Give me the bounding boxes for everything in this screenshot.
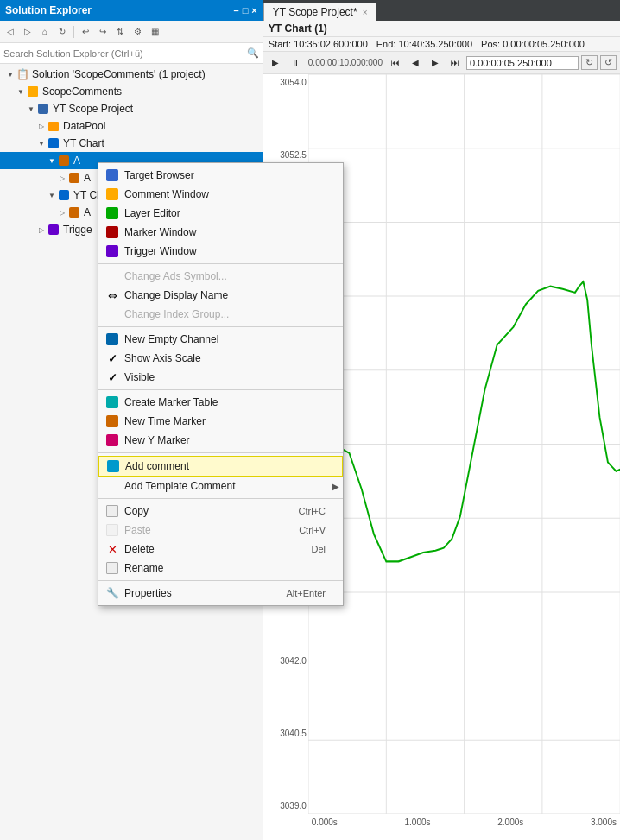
- se-close-btn[interactable]: ×: [251, 5, 256, 16]
- cm-comment-window[interactable]: Comment Window: [98, 185, 343, 204]
- tree-label-trigger: Trigge: [63, 224, 92, 236]
- cm-add-comment[interactable]: Add comment: [98, 456, 343, 477]
- y-label-0: 3054.0: [280, 78, 307, 87]
- cm-new-time-marker[interactable]: New Time Marker: [98, 412, 343, 431]
- tree-item-datapool[interactable]: ▷ DataPool: [0, 117, 263, 135]
- axis2a-icon: [67, 205, 81, 219]
- yt-refresh-btn[interactable]: ↻: [581, 55, 598, 70]
- se-minimize-btn[interactable]: –: [234, 5, 239, 16]
- cm-delete[interactable]: ✕ Delete Del: [98, 540, 343, 559]
- fwd-btn[interactable]: ▶: [427, 55, 444, 71]
- cm-show-axis-scale[interactable]: ✓ Show Axis Scale: [98, 349, 343, 368]
- cm-shortcut-copy: Ctrl+C: [299, 506, 326, 516]
- cm-layer-editor[interactable]: Layer Editor: [98, 204, 343, 223]
- tree-item-solution[interactable]: ▼ 📋 Solution 'ScopeComments' (1 project): [0, 66, 263, 83]
- x-axis: 0.000s 1.000s 2.000s 3.000s: [308, 814, 620, 840]
- scopecomments-icon: [26, 85, 40, 98]
- se-forward-btn[interactable]: ▷: [20, 24, 35, 40]
- yt-info-end: End: 10:40:35.250:000: [376, 39, 472, 49]
- cm-properties[interactable]: 🔧 Properties Alt+Enter: [98, 584, 343, 603]
- yt-tab-label: YT Scope Project*: [273, 6, 357, 18]
- yt-refresh-btn2[interactable]: ↺: [600, 55, 617, 70]
- y-label-8: 3042.0: [280, 656, 307, 666]
- pause-btn[interactable]: ⏸: [287, 55, 304, 71]
- browser-icon: [104, 168, 121, 182]
- paste-icon: [104, 523, 121, 537]
- end-btn[interactable]: ⏭: [446, 55, 464, 71]
- cm-shortcut-paste: Ctrl+V: [299, 525, 326, 535]
- cm-new-empty-channel[interactable]: New Empty Channel: [98, 330, 343, 349]
- play-btn[interactable]: ▶: [267, 55, 284, 71]
- back-btn[interactable]: ◀: [407, 55, 424, 71]
- cm-label-paste: Paste: [124, 524, 290, 536]
- se-home-btn[interactable]: ⌂: [37, 24, 53, 40]
- properties-icon: 🔧: [104, 586, 121, 600]
- se-refresh-btn[interactable]: ↻: [54, 24, 70, 40]
- cm-label-rename: Rename: [124, 562, 326, 574]
- ytscope-icon: [36, 102, 50, 116]
- cm-change-display-name[interactable]: ⇔ Change Display Name: [98, 286, 343, 305]
- ads-symbol-icon: [104, 269, 121, 283]
- marker-window-icon: [104, 225, 121, 239]
- tree-label-axis2a: A: [84, 206, 91, 218]
- yt-tab-close[interactable]: ×: [363, 8, 368, 17]
- yt-info-start: Start: 10:35:02.600:000: [269, 39, 368, 49]
- cm-label-marker-window: Marker Window: [124, 226, 326, 238]
- y-label-9: 3040.5: [280, 729, 307, 738]
- y-label-10: 3039.0: [280, 801, 307, 811]
- cm-shortcut-properties: Alt+Enter: [286, 588, 326, 598]
- cm-visible[interactable]: ✓ Visible: [98, 368, 343, 387]
- cm-label-change-ads: Change Ads Symbol...: [124, 270, 326, 282]
- cm-new-y-marker[interactable]: New Y Marker: [98, 431, 343, 450]
- tree-arrow-axis1a: ▷: [57, 173, 67, 183]
- x-label-3: 3.000s: [591, 818, 617, 827]
- cm-marker-window[interactable]: Marker Window: [98, 223, 343, 242]
- cm-add-template-comment[interactable]: Add Template Comment ▶: [98, 477, 343, 496]
- cm-paste: Paste Ctrl+V: [98, 521, 343, 540]
- se-settings-btn[interactable]: ⚙: [130, 24, 145, 40]
- yt-tab-bar: YT Scope Project* ×: [263, 0, 620, 21]
- axis1-icon: [57, 154, 71, 167]
- se-search-input[interactable]: [3, 48, 247, 59]
- cm-copy[interactable]: Copy Ctrl+C: [98, 502, 343, 521]
- chart-plot: [308, 74, 620, 814]
- se-search-bar[interactable]: 🔍: [0, 43, 263, 64]
- prev-btn[interactable]: ⏮: [387, 55, 404, 71]
- cm-rename[interactable]: Rename: [98, 559, 343, 578]
- se-filter-btn[interactable]: ▦: [147, 24, 162, 40]
- axis1a-icon: [67, 171, 81, 185]
- yt-scope-tab[interactable]: YT Scope Project* ×: [263, 3, 377, 21]
- se-back-btn[interactable]: ◁: [3, 24, 18, 40]
- axis-scale-icon: ✓: [104, 351, 121, 365]
- se-redo-btn[interactable]: ↪: [95, 24, 111, 40]
- tree-label-solution: Solution 'ScopeComments' (1 project): [32, 68, 206, 80]
- yt-info-pos: Pos: 0.00:00:05.250:000: [481, 39, 585, 49]
- se-undo-btn[interactable]: ↩: [78, 24, 93, 40]
- cm-target-browser[interactable]: Target Browser: [98, 166, 343, 185]
- cm-sep-5: [98, 498, 343, 499]
- yt-time-input[interactable]: [466, 56, 579, 70]
- tree-arrow-solution: ▼: [5, 69, 16, 79]
- se-pin-btn[interactable]: □: [243, 5, 249, 16]
- ytchart-icon: [47, 136, 60, 150]
- se-sync-btn[interactable]: ⇅: [112, 24, 128, 40]
- tree-arrow-ytch: ▼: [47, 190, 57, 200]
- solution-icon: 📋: [16, 67, 29, 81]
- cm-sep-1: [98, 263, 343, 264]
- submenu-arrow: ▶: [332, 482, 339, 491]
- cm-label-layer-editor: Layer Editor: [124, 207, 326, 219]
- tree-label-axis1a: A: [84, 172, 91, 184]
- tree-item-ytchart[interactable]: ▼ YT Chart: [0, 135, 263, 152]
- cm-label-new-time-marker: New Time Marker: [124, 415, 326, 427]
- tree-item-scopecomments[interactable]: ▼ ScopeComments: [0, 83, 263, 100]
- cm-trigger-window[interactable]: Trigger Window: [98, 242, 343, 261]
- cm-create-marker-table[interactable]: Create Marker Table: [98, 393, 343, 412]
- layer-editor-icon: [104, 206, 121, 220]
- y-label-1: 3052.5: [280, 150, 307, 160]
- delete-icon: ✕: [104, 542, 121, 556]
- tree-item-ytscope[interactable]: ▼ YT Scope Project: [0, 100, 263, 117]
- tree-arrow-axis2a: ▷: [57, 207, 67, 218]
- cm-label-comment-window: Comment Window: [124, 188, 326, 200]
- visible-icon: ✓: [104, 370, 121, 384]
- tree-label-scopecomments: ScopeComments: [42, 85, 122, 98]
